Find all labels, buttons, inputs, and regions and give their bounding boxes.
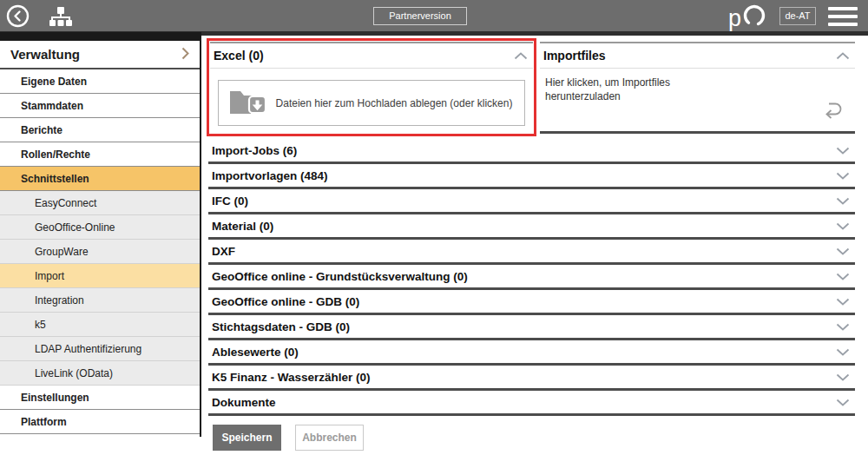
chevron-up-icon [836,48,850,63]
sidebar-title-verwaltung[interactable]: Verwaltung [0,41,200,69]
chevron-down-icon [836,394,850,410]
section-geooffice-online-grundst-cksverwaltung-0[interactable]: GeoOffice online - Grundstücksverwaltung… [208,265,855,290]
section-title: Import-Jobs (6) [212,144,297,157]
sidebar-item-label: EasyConnect [35,197,96,209]
cancel-button[interactable]: Abbrechen [295,425,364,451]
section-dokumente[interactable]: Dokumente [208,391,855,416]
importfiles-title: Importfiles [543,49,606,63]
footer-buttons: Speichern Abbrechen [213,425,364,451]
chevron-down-icon [836,243,850,259]
chevron-down-icon [836,319,850,334]
sidebar-item-label: Stammdaten [21,100,83,112]
excel-section-header[interactable]: Excel (0) [210,42,533,69]
section-list: Import-Jobs (6)Importvorlagen (484)IFC (… [208,139,855,416]
chevron-down-icon [836,218,850,234]
top-bar: Partnerversion p de-AT [0,0,868,32]
sidebar-item-schnittstellen[interactable]: Schnittstellen [0,167,200,191]
logo-arc-icon [741,2,767,31]
file-dropzone[interactable]: Dateien hier zum Hochladen ablegen (oder… [218,80,525,126]
sidebar-item-plattform[interactable]: Plattform [0,410,200,434]
dropzone-label: Dateien hier zum Hochladen ablegen (oder… [269,97,524,109]
sidebar: Verwaltung Eigene DatenStammdatenBericht… [0,32,201,437]
sidebar-item-label: Import [35,270,64,282]
section-title: Stichtagsdaten - GDB (0) [212,320,350,333]
sidebar-item-geooffice-online[interactable]: GeoOffice-Online [0,215,200,240]
locale-badge[interactable]: de-AT [779,7,816,25]
sidebar-item-k5[interactable]: k5 [0,313,200,337]
sidebar-item-eigene-daten[interactable]: Eigene Daten [0,69,200,94]
chevron-down-icon [836,369,850,385]
sidebar-item-berichte[interactable]: Berichte [0,118,200,142]
sidebar-item-label: Schnittstellen [21,173,89,185]
sidebar-items: Eigene DatenStammdatenBerichteRollen/Rec… [0,69,200,434]
section-ablesewerte-0[interactable]: Ablesewerte (0) [208,340,855,366]
section-title: Importvorlagen (484) [212,169,328,182]
chevron-down-icon [836,168,850,183]
excel-section: Excel (0) Dateien hier zum Hochladen abl… [210,42,533,136]
sidebar-item-label: LDAP Authentifizierung [35,343,141,355]
section-title: DXF [212,245,235,258]
section-title: Dokumente [212,396,276,409]
chevron-down-icon [836,142,850,158]
section-title: IFC (0) [212,195,248,208]
section-title: GeoOffice online - GDB (0) [212,295,359,308]
section-k5-finanz-wasserz-hler-0[interactable]: K5 Finanz - Wasserzähler (0) [208,366,855,391]
section-stichtagsdaten-gdb-0[interactable]: Stichtagsdaten - GDB (0) [208,315,855,340]
chevron-up-icon [514,48,528,63]
sidebar-item-label: Einstellungen [21,392,89,404]
sidebar-item-groupware[interactable]: GroupWare [0,240,200,264]
sidebar-item-livelink-odata[interactable]: LiveLink (OData) [0,361,200,386]
section-title: GeoOffice online - Grundstücksverwaltung… [212,270,468,283]
importfiles-header[interactable]: Importfiles [540,42,855,69]
section-title: Ablesewerte (0) [212,346,299,359]
chevron-right-icon [181,47,189,63]
section-ifc-0[interactable]: IFC (0) [208,189,855,214]
excel-section-title: Excel (0) [214,49,264,63]
logo-letter: p [728,5,741,31]
sidebar-item-ldap-authentifizierung[interactable]: LDAP Authentifizierung [0,337,200,361]
menu-icon[interactable] [828,7,858,26]
chevron-down-icon [836,268,850,284]
app-logo: p [728,2,767,31]
importfiles-panel: Importfiles Hier klicken, um Importfiles… [540,42,855,134]
sidebar-item-label: k5 [35,319,46,331]
importfiles-download-hint[interactable]: Hier klicken, um Importfiles herunterzul… [545,76,736,103]
section-import-jobs-6[interactable]: Import-Jobs (6) [208,139,855,164]
save-button[interactable]: Speichern [213,425,281,451]
sitemap-icon[interactable] [49,6,73,27]
chevron-down-icon [836,193,850,208]
section-dxf[interactable]: DXF [208,240,855,265]
sidebar-item-label: Rollen/Rechte [21,148,90,161]
back-icon[interactable] [6,4,30,28]
sidebar-title-label: Verwaltung [10,47,80,62]
section-title: Material (0) [212,220,273,233]
sidebar-item-label: GroupWare [35,246,89,258]
sidebar-item-import[interactable]: Import [0,264,200,288]
sidebar-item-label: Berichte [21,124,62,136]
sidebar-item-einstellungen[interactable]: Einstellungen [0,386,200,410]
partnerversion-button[interactable]: Partnerversion [373,7,467,25]
chevron-down-icon [836,344,850,359]
sidebar-item-rollen-rechte[interactable]: Rollen/Rechte [0,142,200,167]
sidebar-item-label: Plattform [21,416,67,428]
sidebar-item-label: GeoOffice-Online [35,221,115,234]
sidebar-item-easyconnect[interactable]: EasyConnect [0,191,200,215]
section-title: K5 Finanz - Wasserzähler (0) [212,371,371,384]
sidebar-item-label: Integration [35,294,84,307]
sidebar-item-integration[interactable]: Integration [0,288,200,313]
sidebar-top-black-bar [0,32,200,41]
section-material-0[interactable]: Material (0) [208,214,855,240]
download-return-icon[interactable] [821,101,843,122]
section-importvorlagen-484[interactable]: Importvorlagen (484) [208,164,855,189]
upload-folder-icon [228,85,269,121]
section-geooffice-online-gdb-0[interactable]: GeoOffice online - GDB (0) [208,290,855,315]
sidebar-item-stammdaten[interactable]: Stammdaten [0,94,200,118]
chevron-down-icon [836,293,850,309]
sidebar-item-label: Eigene Daten [21,76,87,88]
sidebar-item-label: LiveLink (OData) [35,367,113,379]
